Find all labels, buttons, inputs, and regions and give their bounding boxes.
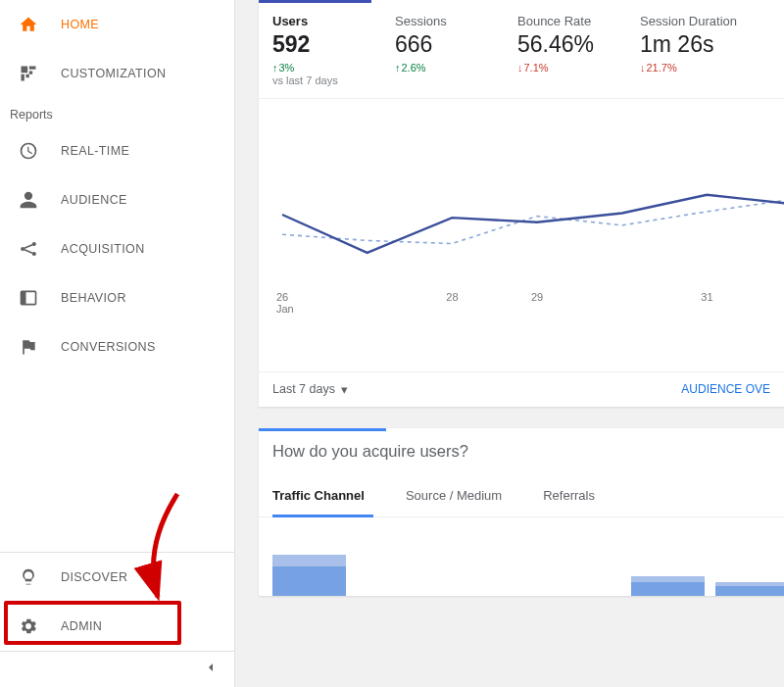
nav-realtime[interactable]: REAL-TIME bbox=[0, 126, 234, 175]
metric-users[interactable]: Users 592 ↑3% vs last 7 days bbox=[272, 14, 395, 86]
nav-audience-label: AUDIENCE bbox=[61, 193, 127, 207]
active-metric-indicator bbox=[259, 0, 371, 3]
metric-duration-label: Session Duration bbox=[640, 14, 751, 28]
metric-duration[interactable]: Session Duration 1m 26s ↓21.7% bbox=[640, 14, 762, 86]
traffic-bars bbox=[259, 517, 784, 596]
arrow-up-icon: ↑ bbox=[272, 62, 278, 74]
acquire-tabs: Traffic Channel Source / Medium Referral… bbox=[259, 474, 784, 517]
audience-overview-link[interactable]: AUDIENCE OVE bbox=[681, 382, 770, 396]
acquire-title: How do you acquire users? bbox=[259, 428, 784, 474]
nav-acquisition-label: ACQUISITION bbox=[61, 242, 145, 256]
nav-conversions-label: CONVERSIONS bbox=[61, 340, 156, 354]
metric-users-value: 592 bbox=[272, 30, 383, 60]
tab-source-medium[interactable]: Source / Medium bbox=[406, 474, 502, 516]
nav-home-label: HOME bbox=[61, 18, 99, 31]
card-footer: Last 7 days ▾ AUDIENCE OVE bbox=[259, 371, 784, 407]
metric-sessions-label: Sessions bbox=[395, 14, 506, 28]
sidebar-top: HOME CUSTOMIZATION Reports REAL-TIME AUD… bbox=[0, 0, 234, 552]
metric-sessions-value: 666 bbox=[395, 30, 506, 60]
nav-customization[interactable]: CUSTOMIZATION bbox=[0, 49, 234, 98]
arrow-down-icon: ↓ bbox=[517, 62, 523, 74]
acquire-card: How do you acquire users? Traffic Channe… bbox=[259, 428, 784, 596]
flag-icon bbox=[18, 336, 39, 358]
metrics-row: Users 592 ↑3% vs last 7 days Sessions 66… bbox=[259, 0, 784, 99]
tab-traffic-channel[interactable]: Traffic Channel bbox=[272, 474, 365, 516]
behavior-icon bbox=[18, 287, 39, 309]
metric-users-change: ↑3% bbox=[272, 62, 383, 74]
clock-icon bbox=[18, 140, 39, 162]
bar-3 bbox=[715, 582, 784, 596]
tab-referrals[interactable]: Referrals bbox=[543, 474, 595, 516]
annotation-arrow bbox=[94, 489, 192, 620]
bulb-icon bbox=[18, 566, 39, 588]
bar-2 bbox=[631, 576, 705, 596]
metric-bounce[interactable]: Bounce Rate 56.46% ↓7.1% bbox=[517, 14, 640, 86]
caret-down-icon: ▾ bbox=[341, 382, 348, 397]
arrow-down-icon: ↓ bbox=[640, 62, 646, 74]
line-chart-svg bbox=[272, 117, 784, 313]
acquisition-icon bbox=[18, 238, 39, 260]
nav-realtime-label: REAL-TIME bbox=[61, 144, 129, 158]
main-content: Users 592 ↑3% vs last 7 days Sessions 66… bbox=[235, 0, 784, 687]
nav-acquisition[interactable]: ACQUISITION bbox=[0, 224, 234, 273]
nav-behavior[interactable]: BEHAVIOR bbox=[0, 273, 234, 322]
metrics-card: Users 592 ↑3% vs last 7 days Sessions 66… bbox=[259, 0, 784, 407]
person-icon bbox=[18, 189, 39, 211]
metric-duration-change: ↓21.7% bbox=[640, 62, 751, 74]
nav-behavior-label: BEHAVIOR bbox=[61, 291, 126, 305]
nav-conversions[interactable]: CONVERSIONS bbox=[0, 322, 234, 371]
date-range-picker[interactable]: Last 7 days ▾ bbox=[272, 382, 348, 397]
metric-sessions-change: ↑2.6% bbox=[395, 62, 506, 74]
nav-audience[interactable]: AUDIENCE bbox=[0, 175, 234, 224]
metric-bounce-value: 56.46% bbox=[517, 30, 628, 60]
line-chart: Jan262829311 bbox=[259, 99, 784, 371]
collapse-sidebar[interactable] bbox=[0, 651, 234, 687]
bar-1 bbox=[272, 555, 346, 596]
chevron-left-icon bbox=[203, 660, 219, 679]
nav-customization-label: CUSTOMIZATION bbox=[61, 67, 167, 80]
home-icon bbox=[18, 14, 39, 35]
reports-header: Reports bbox=[0, 98, 234, 126]
dashboard-icon bbox=[18, 63, 39, 84]
vs-text: vs last 7 days bbox=[272, 74, 383, 86]
metric-duration-value: 1m 26s bbox=[640, 30, 751, 60]
arrow-up-icon: ↑ bbox=[395, 62, 401, 74]
metric-bounce-label: Bounce Rate bbox=[517, 14, 628, 28]
date-range-label: Last 7 days bbox=[272, 382, 335, 396]
nav-home[interactable]: HOME bbox=[0, 0, 234, 49]
metric-users-label: Users bbox=[272, 14, 383, 28]
svg-rect-4 bbox=[22, 291, 26, 304]
metric-sessions[interactable]: Sessions 666 ↑2.6% bbox=[395, 14, 517, 86]
metric-bounce-change: ↓7.1% bbox=[517, 62, 628, 74]
